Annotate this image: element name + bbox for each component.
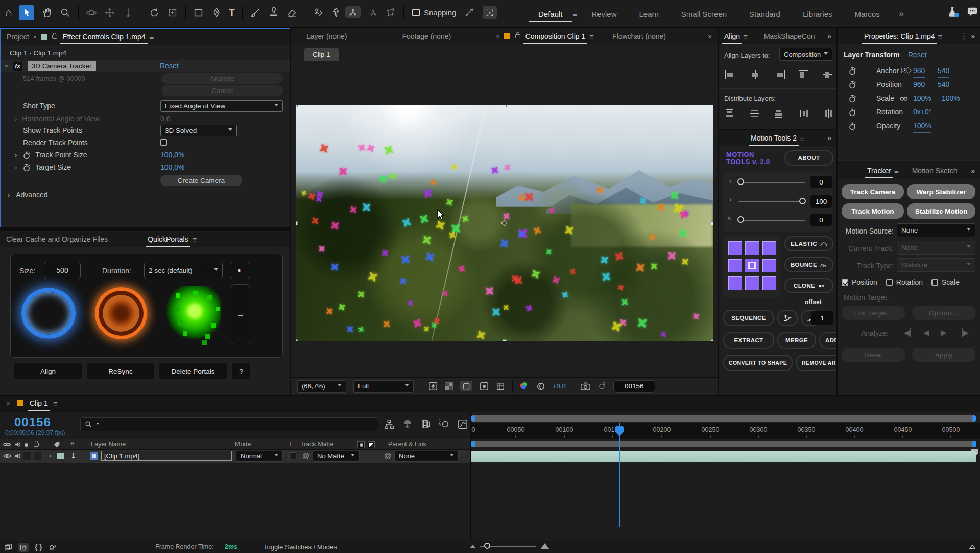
add-bg-button[interactable]: ADD BG: [819, 332, 836, 349]
tab-maskshape[interactable]: MaskShapeCon: [764, 32, 815, 40]
sequence-button[interactable]: SEQUENCE: [723, 310, 774, 326]
viewer-overflow-icon[interactable]: »: [708, 32, 712, 40]
tab-composition[interactable]: Composition Clip 1: [525, 32, 586, 40]
work-area-bar[interactable]: [471, 441, 976, 447]
convert-to-shape-button[interactable]: CONVERT TO SHAPE: [723, 355, 793, 371]
props-overflow-icon[interactable]: »: [971, 32, 975, 40]
time-ruler[interactable]: 00000 00050 00100 00150 00200 00250 0030…: [471, 423, 980, 439]
dolly-camera-tool-icon[interactable]: [123, 7, 134, 18]
scale-checkbox[interactable]: [931, 279, 938, 286]
stopwatch-icon[interactable]: [849, 67, 856, 75]
close-timeline-tab-icon[interactable]: ×: [6, 400, 10, 407]
joint-tool-selected[interactable]: [345, 6, 361, 18]
track-camera-button[interactable]: Track Camera: [842, 184, 904, 199]
stopwatch-icon[interactable]: [849, 108, 856, 117]
layer-duration-bar[interactable]: [471, 451, 976, 462]
render-track-points-checkbox[interactable]: [160, 139, 167, 146]
graph-editor-icon[interactable]: [458, 419, 468, 429]
panel-menu-icon[interactable]: ≡: [743, 32, 748, 41]
tab-tracker[interactable]: Tracker: [867, 167, 891, 175]
tab-flowchart[interactable]: Flowchart (none): [612, 32, 666, 40]
panel-menu-icon[interactable]: ≡: [150, 33, 154, 41]
pen-tool-icon[interactable]: [211, 7, 222, 18]
align-top-button[interactable]: [799, 70, 810, 79]
layer-lock-cell[interactable]: [34, 452, 41, 460]
close-comp-tab-icon[interactable]: ×: [496, 33, 500, 40]
layer-name-field[interactable]: [Clip 1.mp4]: [101, 451, 232, 461]
selection-handle[interactable]: [296, 221, 298, 225]
analyze-forward-1-icon[interactable]: ▕▶: [957, 328, 969, 337]
position-y-value[interactable]: 540: [938, 79, 949, 91]
panel-menu-icon[interactable]: ≡: [53, 399, 58, 408]
draft-3d-icon[interactable]: [402, 419, 413, 429]
preserve-transparency-checkbox[interactable]: [289, 452, 296, 459]
timeline-timecode[interactable]: 00156: [14, 415, 51, 429]
channels-icon[interactable]: [520, 382, 529, 390]
kebab-icon[interactable]: ⋮: [960, 32, 968, 41]
advanced-label[interactable]: Advanced: [16, 191, 47, 199]
home-icon[interactable]: ⌂: [5, 6, 12, 19]
position-checkbox[interactable]: [842, 279, 848, 286]
fast-preview-icon[interactable]: [428, 382, 438, 391]
options-button[interactable]: Options...: [912, 306, 975, 320]
shot-type-dropdown[interactable]: Fixed Angle of View: [160, 100, 283, 112]
clone-stamp-tool-icon[interactable]: [268, 7, 279, 18]
workspace-default[interactable]: Default: [531, 10, 570, 18]
tracker-reset-button[interactable]: Reset: [842, 348, 905, 362]
snapping-toggle[interactable]: Snapping: [412, 8, 456, 17]
anchor-y-value[interactable]: 540: [938, 65, 949, 78]
distribute-v-center-button[interactable]: [750, 109, 761, 118]
position-x-value[interactable]: 960: [913, 79, 925, 91]
advanced-expander-icon[interactable]: ›: [8, 189, 10, 201]
workspace-small-screen[interactable]: Small Screen: [670, 10, 738, 18]
warp-stabilizer-button[interactable]: Warp Stabilizer: [907, 184, 975, 199]
layer-video-toggle[interactable]: [3, 453, 11, 459]
selection-tool-button[interactable]: [19, 5, 34, 20]
selection-handle[interactable]: [296, 339, 298, 341]
comp-breadcrumb-chip[interactable]: Clip 1: [304, 48, 339, 61]
create-camera-button[interactable]: Create Camera: [160, 175, 242, 186]
layer-mode-dropdown[interactable]: Normal: [236, 451, 283, 462]
exposure-value[interactable]: +0,0: [553, 382, 566, 390]
align-v-center-button[interactable]: [823, 70, 834, 79]
tracker-overflow-icon[interactable]: »: [971, 167, 975, 175]
track-point-size-value[interactable]: 100,0%: [160, 149, 184, 162]
zoom-in-mountain-icon[interactable]: [540, 543, 549, 549]
selection-handle[interactable]: [711, 339, 713, 341]
stopwatch-icon[interactable]: [23, 151, 30, 159]
slider2-value[interactable]: 100: [810, 195, 832, 208]
analyze-button[interactable]: Analyze: [161, 73, 283, 84]
analyze-backward-icon[interactable]: ◀: [923, 328, 929, 337]
duration-dropdown[interactable]: 2 sec (default): [144, 262, 223, 279]
tracker-apply-button[interactable]: Apply: [912, 348, 975, 362]
rotation-checkbox[interactable]: [886, 279, 893, 286]
panel-menu-icon[interactable]: ≡: [894, 167, 899, 175]
eraser-tool-icon[interactable]: [286, 7, 298, 18]
magnification-dropdown[interactable]: (66,7%): [297, 380, 346, 393]
layer-audio-toggle[interactable]: [14, 453, 21, 459]
video-frame[interactable]: [296, 105, 713, 341]
transform-reset-link[interactable]: Reset: [908, 51, 927, 59]
brush-tool-icon[interactable]: [250, 7, 261, 18]
edit-target-button[interactable]: Edit Target...: [842, 306, 905, 320]
parent-link-column-label[interactable]: Parent & Link: [388, 441, 426, 448]
contrast-button[interactable]: ◐: [230, 262, 250, 279]
hfov-expander-icon[interactable]: ›: [15, 113, 17, 125]
tps-expander-icon[interactable]: ›: [15, 149, 17, 161]
transparency-grid-icon[interactable]: [445, 382, 453, 390]
tab-motion-tools[interactable]: Motion Tools 2: [751, 134, 797, 142]
help-button[interactable]: ?: [232, 363, 250, 379]
exposure-icon[interactable]: [536, 382, 545, 391]
composition-flowchart-icon[interactable]: [384, 419, 394, 429]
tab-align[interactable]: Align: [724, 32, 740, 40]
panel-menu-icon[interactable]: ≡: [938, 32, 943, 41]
timeline-zoom-slider[interactable]: [480, 546, 536, 547]
tab-clear-cache[interactable]: Clear Cache and Organize Files: [6, 235, 108, 243]
size-input[interactable]: 500: [44, 262, 81, 279]
snapshot-camera-icon[interactable]: [581, 382, 590, 390]
layer-matte-dropdown[interactable]: No Matte: [313, 451, 360, 462]
beta-flask-icon[interactable]: [947, 6, 958, 17]
tab-properties[interactable]: Properties: Clip 1.mp4: [864, 32, 935, 40]
tab-timeline-clip1[interactable]: Clip 1: [30, 399, 48, 407]
render-settings-icon[interactable]: [49, 544, 57, 551]
